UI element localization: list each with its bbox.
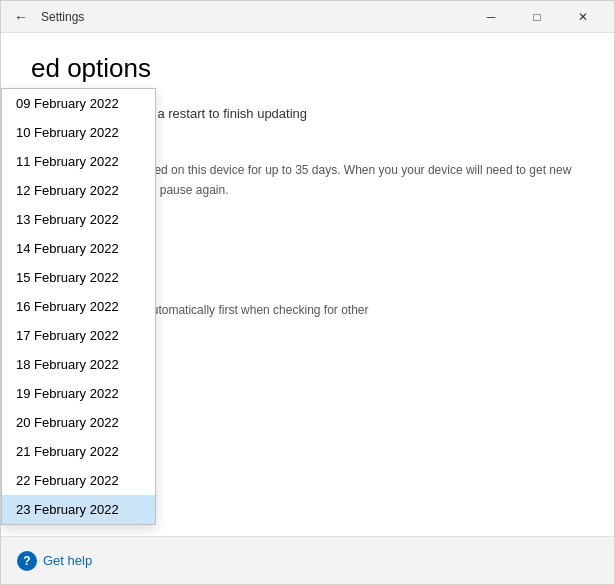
- get-help-label: Get help: [43, 553, 92, 568]
- minimize-button[interactable]: ─: [468, 1, 514, 33]
- window-title: Settings: [41, 10, 468, 24]
- maximize-button[interactable]: □: [514, 1, 560, 33]
- list-item[interactable]: 14 February 2022: [2, 234, 155, 263]
- list-item[interactable]: 19 February 2022: [2, 379, 155, 408]
- list-item[interactable]: 13 February 2022: [2, 205, 155, 234]
- bottom-bar: ? Get help: [1, 536, 614, 584]
- list-item[interactable]: 11 February 2022: [2, 147, 155, 176]
- list-item[interactable]: 21 February 2022: [2, 437, 155, 466]
- list-item[interactable]: 17 February 2022: [2, 321, 155, 350]
- back-icon: ←: [14, 9, 28, 25]
- list-item[interactable]: 10 February 2022: [2, 118, 155, 147]
- list-item[interactable]: 16 February 2022: [2, 292, 155, 321]
- date-dropdown[interactable]: 09 February 202210 February 202211 Febru…: [1, 88, 156, 525]
- window-controls: ─ □ ✕: [468, 1, 606, 33]
- close-button[interactable]: ✕: [560, 1, 606, 33]
- settings-window: ← Settings ─ □ ✕ ed options hen your PC …: [0, 0, 615, 585]
- list-item[interactable]: 20 February 2022: [2, 408, 155, 437]
- list-item[interactable]: 22 February 2022: [2, 466, 155, 495]
- title-bar: ← Settings ─ □ ✕: [1, 1, 614, 33]
- list-item[interactable]: 12 February 2022: [2, 176, 155, 205]
- content-area: ed options hen your PC requires a restar…: [1, 33, 614, 536]
- help-icon: ?: [17, 551, 37, 571]
- get-help-link[interactable]: ? Get help: [17, 551, 92, 571]
- list-item[interactable]: 15 February 2022: [2, 263, 155, 292]
- list-item[interactable]: 23 February 2022: [2, 495, 155, 524]
- page-title: ed options: [31, 53, 584, 84]
- list-item[interactable]: 09 February 2022: [2, 89, 155, 118]
- list-item[interactable]: 18 February 2022: [2, 350, 155, 379]
- back-button[interactable]: ←: [9, 5, 33, 29]
